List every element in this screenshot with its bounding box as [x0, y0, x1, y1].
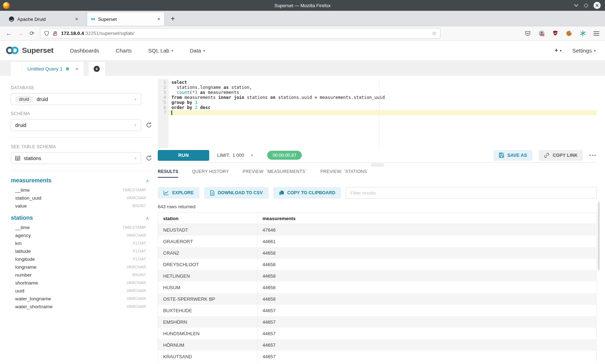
explore-button[interactable]: EXPLORE: [158, 187, 200, 199]
editor-code-line[interactable]: order by 2 desc: [169, 105, 597, 110]
sql-editor[interactable]: 1234567 select stations.longname as stat…: [158, 79, 597, 148]
new-query-tab-button[interactable]: +: [89, 62, 105, 76]
results-tab-preview-measurements[interactable]: PREVIEW: `MEASUREMENTS`: [243, 169, 307, 178]
copy-to-clipboard-button[interactable]: COPY TO CLIPBOARD: [273, 187, 341, 199]
settings-menu[interactable]: Settings▾: [572, 47, 596, 54]
results-tab-preview-stations[interactable]: PREVIEW: `STATIONS`: [321, 169, 369, 178]
nav-item-dashboards[interactable]: Dashboards: [70, 47, 99, 54]
editor-code-line[interactable]: select: [169, 80, 597, 85]
editor-toolbar: RUN LIMIT: 1 000 ▼ 00:00:00.87 SAVE AS: [158, 148, 597, 163]
save-as-label: SAVE AS: [507, 153, 527, 158]
editor-code-line[interactable]: from measurements inner join stations on…: [169, 95, 597, 100]
column-header-label: station: [158, 216, 179, 221]
filter-results-input[interactable]: [346, 187, 597, 199]
refresh-tables-icon[interactable]: [145, 155, 152, 161]
measurements-cell: 44657: [257, 328, 596, 339]
results-scrollbar-thumb[interactable]: [598, 202, 600, 270]
station-cell: CRANZ: [158, 247, 257, 259]
chevron-up-icon[interactable]: ∧: [145, 215, 149, 221]
new-item-button[interactable]: +▾: [555, 47, 561, 54]
new-tab-button[interactable]: +: [171, 15, 175, 23]
menu-hamburger-icon[interactable]: [593, 31, 599, 36]
schema-column-row: water_shortnameVARCHAR: [11, 302, 146, 310]
shield-icon[interactable]: [44, 31, 49, 36]
station-value: EMSHÖRN: [158, 319, 187, 325]
measurements-cell: 44657: [257, 339, 596, 351]
lock-insecure-icon[interactable]: [53, 31, 58, 36]
window-controls: ✕: [574, 2, 605, 9]
editor-code-line[interactable]: count(*) as measurements: [169, 90, 597, 95]
sql-token: ): [195, 90, 200, 95]
editor-code-line[interactable]: [169, 110, 597, 115]
database-value: druid: [37, 96, 48, 102]
nav-item-sql-lab[interactable]: SQL Lab▾: [148, 47, 173, 54]
window-close-button[interactable]: ✕: [593, 2, 601, 9]
station-value: NEUSTADT: [158, 227, 188, 233]
limit-dropdown[interactable]: LIMIT: 1 000 ▼: [217, 153, 254, 158]
refresh-schemas-icon[interactable]: [145, 122, 152, 128]
pane-resize-handle[interactable]: [158, 163, 597, 167]
query-tab-untitled-query-1[interactable]: ⋮⋮ Untitled Query 1 ✕: [11, 62, 84, 76]
chevron-down-icon: ▾: [594, 48, 596, 53]
copy-link-button[interactable]: COPY LINK: [539, 150, 583, 161]
more-options-icon[interactable]: •••: [589, 153, 597, 158]
measurements-value: 44661: [257, 239, 275, 244]
schema-column-row: water_longnameVARCHAR: [11, 295, 146, 302]
sql-token: measurements.station_uuid: [317, 95, 385, 100]
tab-close-icon[interactable]: ✕: [157, 17, 161, 22]
main-pane: 1234567 select stations.longname as stat…: [153, 76, 605, 364]
editor-code[interactable]: select stations.longname as station, cou…: [169, 79, 597, 148]
measurements-value: 44657: [257, 331, 275, 336]
ublock-icon[interactable]: uO: [552, 30, 558, 36]
editor-code-line[interactable]: group by 1: [169, 100, 597, 105]
superset-brand[interactable]: Superset: [5, 46, 53, 55]
window-chevron-down-icon[interactable]: [574, 4, 579, 7]
account-icon[interactable]: [538, 30, 545, 37]
sidebar: DATABASE druid druid ∨ SCHEMA druid ∨ SE…: [0, 76, 153, 364]
save-as-button[interactable]: SAVE AS: [494, 150, 532, 161]
sql-token: count: [176, 90, 189, 95]
download-csv-button[interactable]: DOWNLOAD TO CSV: [204, 187, 269, 199]
column-header-station[interactable]: station: [158, 213, 257, 224]
chevron-up-icon[interactable]: ∧: [145, 178, 149, 183]
database-select[interactable]: druid druid ∨: [11, 93, 141, 105]
query-tab-close-icon[interactable]: ✕: [75, 67, 79, 72]
reload-icon[interactable]: ⟳: [30, 30, 34, 37]
nav-item-data[interactable]: Data▾: [190, 47, 205, 54]
forward-icon[interactable]: →: [18, 30, 24, 37]
back-icon[interactable]: ←: [6, 30, 12, 37]
run-button[interactable]: RUN: [158, 150, 209, 161]
pocket-icon[interactable]: [525, 31, 531, 36]
table-row: KRAUTSAND44657: [158, 351, 596, 362]
query-tab-label: Untitled Query 1: [27, 66, 63, 72]
schema-table-header-measurements[interactable]: measurements∧: [11, 177, 149, 184]
schema-select[interactable]: druid ∨: [11, 119, 141, 131]
table-schema-select[interactable]: stations ∨: [11, 152, 141, 164]
results-tab-query-history[interactable]: QUERY HISTORY: [192, 169, 229, 178]
schema-table-header-stations[interactable]: stations∧: [11, 215, 149, 221]
column-header-measurements[interactable]: measurements: [257, 213, 596, 224]
browser-tab-apache-druid[interactable]: Apache Druid ✕: [5, 12, 82, 26]
drag-handle-icon[interactable]: ⋮⋮: [15, 67, 24, 71]
browser-tab-superset[interactable]: ∞ Superset ✕: [87, 12, 164, 26]
measurements-value: 44657: [257, 308, 275, 313]
explore-label: EXPLORE: [172, 190, 194, 195]
column-name: uuid: [15, 288, 24, 294]
nav-item-charts[interactable]: Charts: [116, 47, 131, 54]
station-value: GRAUERORT: [158, 239, 193, 244]
window-maximize-button[interactable]: [584, 3, 588, 8]
measurements-value: 44658: [257, 273, 275, 279]
station-cell: BUXTEHUDE: [158, 305, 257, 316]
tab-close-icon[interactable]: ✕: [75, 17, 79, 22]
editor-code-line[interactable]: stations.longname as station,: [169, 85, 597, 90]
results-tab-results[interactable]: RESULTS: [158, 169, 178, 178]
column-name: value: [15, 203, 27, 209]
bookmark-star-icon[interactable]: ☆: [432, 30, 436, 37]
chart-icon: [163, 190, 169, 195]
cookie-icon[interactable]: [566, 30, 572, 37]
extension-asterisk-icon[interactable]: [580, 30, 586, 36]
navbar-right: +▾ Settings▾: [555, 47, 600, 54]
url-bar[interactable]: 172.18.0.4:32251/superset/sqllab/ ☆: [40, 28, 440, 39]
window-titlebar: Superset — Mozilla Firefox ✕: [0, 0, 605, 11]
editor-line-number: 6: [158, 105, 166, 110]
